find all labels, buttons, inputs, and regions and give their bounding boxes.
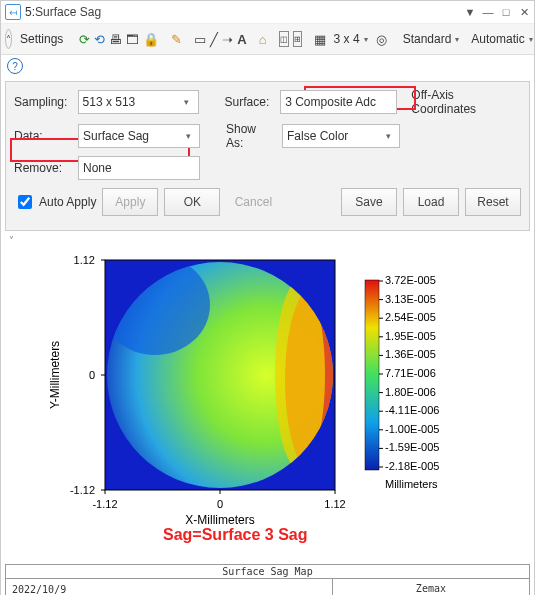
close-button[interactable]: ✕	[518, 6, 530, 18]
titlebar: ↤ 5 : Surface Sag ▼ — □ ✕	[1, 1, 534, 24]
automatic-select[interactable]: Automatic	[467, 28, 534, 50]
surface-label: Surface:	[225, 95, 275, 109]
surface-sag-plot: 1.12 0 -1.12 -1.12 0 1.12 X-Millimeters …	[45, 250, 475, 558]
svg-rect-21	[365, 280, 379, 470]
svg-text:-1.12: -1.12	[70, 484, 95, 496]
load-button[interactable]: Load	[403, 188, 459, 216]
sync-icon[interactable]: ⟲	[94, 31, 105, 47]
svg-text:0: 0	[217, 498, 223, 510]
line-tool-icon[interactable]: ╱	[210, 31, 218, 47]
sampling-label: Sampling:	[14, 95, 72, 109]
svg-text:0: 0	[89, 369, 95, 381]
toolbar: ˄ Settings ⟳ ⟲ 🖶 🗔 🔒 ✎ ▭ ╱ ➝ A ⌂ ◫ ⊞ ▦ 3…	[1, 24, 534, 55]
plot-annotation: Sag=Surface 3 Sag	[163, 526, 308, 544]
collapse-settings-button[interactable]: ˄	[5, 29, 12, 49]
svg-text:Millimeters: Millimeters	[385, 478, 438, 490]
offaxis-link[interactable]: Off-Axis Coordinates	[411, 88, 521, 116]
surface-select[interactable]: 3 Composite Adc	[280, 90, 397, 114]
svg-text:-4.11E-006: -4.11E-006	[385, 404, 439, 416]
standard-select[interactable]: Standard	[399, 28, 464, 50]
save-icon[interactable]: 🗔	[126, 31, 139, 47]
svg-text:Y-Millimeters: Y-Millimeters	[48, 341, 62, 409]
svg-text:1.80E-006: 1.80E-006	[385, 386, 436, 398]
minimize-button[interactable]: —	[482, 6, 494, 18]
svg-text:-1.00E-005: -1.00E-005	[385, 423, 439, 435]
info-header: Surface Sag Map	[6, 565, 529, 579]
svg-text:1.95E-005: 1.95E-005	[385, 330, 436, 342]
scroll-hint-icon: ˅	[1, 235, 534, 246]
help-row: ?	[1, 55, 534, 77]
svg-text:3.13E-005: 3.13E-005	[385, 293, 436, 305]
apply-button[interactable]: Apply	[102, 188, 158, 216]
svg-text:X-Millimeters: X-Millimeters	[185, 513, 254, 527]
layout2-icon[interactable]: ⊞	[293, 31, 302, 47]
remove-label: Remove:	[14, 161, 72, 175]
window-index: 5	[25, 5, 32, 19]
showas-select[interactable]: False Color▾	[282, 124, 400, 148]
lock-icon[interactable]: 🔒	[143, 31, 159, 47]
target-icon[interactable]: ◎	[376, 31, 387, 47]
svg-text:-1.59E-005: -1.59E-005	[385, 441, 439, 453]
window-title: Surface Sag	[35, 5, 101, 19]
svg-text:-2.18E-005: -2.18E-005	[385, 460, 439, 472]
dropdown-button[interactable]: ▼	[464, 6, 476, 18]
svg-text:1.36E-005: 1.36E-005	[385, 348, 436, 360]
svg-text:-1.12: -1.12	[92, 498, 117, 510]
print-icon[interactable]: 🖶	[109, 31, 122, 47]
refresh-icon[interactable]: ⟳	[79, 31, 90, 47]
window-frame: ↤ 5 : Surface Sag ▼ — □ ✕ ˄ Settings ⟳ ⟲…	[0, 0, 535, 595]
settings-button[interactable]: Settings	[16, 28, 67, 50]
pencil-icon[interactable]: ✎	[171, 31, 182, 47]
autoapply-checkbox[interactable]: Auto Apply	[14, 192, 96, 212]
svg-text:2.54E-005: 2.54E-005	[385, 311, 436, 323]
plot-area: 1.12 0 -1.12 -1.12 0 1.12 X-Millimeters …	[1, 246, 534, 560]
showas-label: Show As:	[226, 122, 276, 150]
reset-button[interactable]: Reset	[465, 188, 521, 216]
layout1-icon[interactable]: ◫	[279, 31, 289, 47]
settings-panel: Sampling: 513 x 513▾ Surface: 3 Composit…	[5, 81, 530, 231]
save-button[interactable]: Save	[341, 188, 397, 216]
grid-size-select[interactable]: 3 x 4	[330, 28, 372, 50]
info-left: 2022/10/9 Surface 3: Composite Add-on 1:…	[6, 579, 332, 595]
data-select[interactable]: Surface Sag▾	[78, 124, 200, 148]
svg-text:1.12: 1.12	[74, 254, 95, 266]
window-icon: ↤	[5, 4, 21, 20]
help-icon[interactable]: ?	[7, 58, 23, 74]
home-icon[interactable]: ⌂	[259, 31, 267, 47]
sampling-select[interactable]: 513 x 513▾	[78, 90, 199, 114]
rect-tool-icon[interactable]: ▭	[194, 31, 206, 47]
maximize-button[interactable]: □	[500, 6, 512, 18]
remove-select[interactable]: None	[78, 156, 200, 180]
info-right: Zemax Zemax OpticStudio 22.1.2 Test.zmx …	[332, 579, 529, 595]
data-label: Data:	[14, 129, 72, 143]
cancel-button[interactable]: Cancel	[226, 189, 280, 215]
arrow-tool-icon[interactable]: ➝	[222, 31, 233, 47]
text-tool-icon[interactable]: A	[237, 31, 246, 47]
grid-icon[interactable]: ▦	[314, 31, 326, 47]
svg-text:1.12: 1.12	[324, 498, 345, 510]
ok-button[interactable]: OK	[164, 188, 220, 216]
info-box: Surface Sag Map 2022/10/9 Surface 3: Com…	[5, 564, 530, 595]
svg-text:7.71E-006: 7.71E-006	[385, 367, 436, 379]
svg-text:3.72E-005: 3.72E-005	[385, 274, 436, 286]
